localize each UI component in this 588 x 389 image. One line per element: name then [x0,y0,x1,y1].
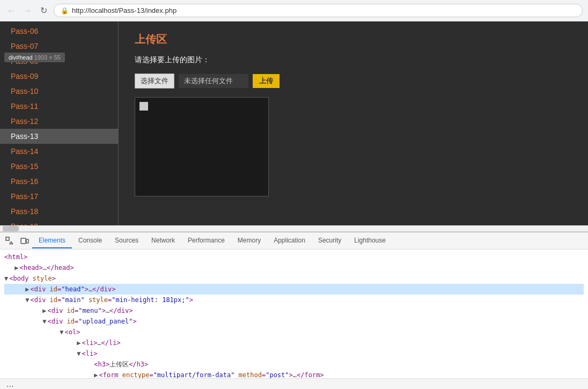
devtools-bottom-bar: ... [0,378,588,389]
devtools-panel: Elements Console Sources Network Perform… [0,232,588,389]
image-preview [135,97,269,196]
html-line-h3: <h3>上传区</h3> [4,359,584,370]
sidebar-item-pass07[interactable]: Pass-07 [0,39,118,54]
upload-form: 选择文件 未选择任何文件 上传 [135,74,572,89]
sidebar-item-pass18[interactable]: Pass-18 [0,204,118,219]
html-line-div-upload[interactable]: ▼<div id="upload_panel"> [4,316,584,327]
reload-button[interactable]: ↻ [38,5,49,17]
svg-rect-0 [6,237,9,240]
address-bar[interactable]: 🔒 http://localhost/Pass-13/index.php [54,4,583,17]
html-line-div-head[interactable]: ▶<div id="head">…</div> [4,284,584,295]
tab-security[interactable]: Security [312,233,348,248]
sidebar-item-pass11[interactable]: Pass-11 [0,99,118,114]
html-line-head[interactable]: ▶<head>…</head> [4,262,584,273]
sidebar-item-pass13[interactable]: Pass-13 [0,129,118,144]
sidebar-item-pass10[interactable]: Pass-10 [0,84,118,99]
sidebar-item-pass12[interactable]: Pass-12 [0,114,118,129]
sidebar-item-pass09[interactable]: Pass-09 [0,69,118,84]
html-line-form[interactable]: ▶<form enctype="multipart/form-data" met… [4,370,584,378]
upload-title: 上传区 [135,32,572,47]
sidebar-item-pass06[interactable]: Pass-06 [0,24,118,39]
sidebar-item-pass19[interactable]: Pass-19 [0,219,118,225]
html-line-li-second[interactable]: ▼<li> [4,348,584,359]
tooltip-element: div#head [9,54,33,61]
scroll-thumb[interactable] [3,226,19,231]
tooltip-dims: 1903 × 55 [34,54,61,61]
sidebar-item-pass15[interactable]: Pass-15 [0,159,118,174]
page-content: div#head 1903 × 55 Pass-06 Pass-07 Pass-… [0,21,588,225]
upload-label: 请选择要上传的图片： [135,55,572,65]
device-toolbar-button[interactable] [17,233,32,248]
file-name-display: 未选择任何文件 [179,74,248,88]
tab-lighthouse[interactable]: Lighthouse [348,233,392,248]
tab-memory[interactable]: Memory [231,233,267,248]
image-preview-inner [137,100,266,194]
broken-image-icon [139,102,148,111]
forward-button[interactable]: → [21,5,33,17]
browser-toolbar: ← → ↻ 🔒 http://localhost/Pass-13/index.p… [0,0,588,21]
html-line-html: <html> [4,252,584,262]
lock-icon: 🔒 [61,7,69,14]
inspect-element-button[interactable] [2,233,17,248]
choose-file-button[interactable]: 选择文件 [135,74,174,89]
tab-application[interactable]: Application [267,233,312,248]
devtools-tabs: Elements Console Sources Network Perform… [0,232,588,249]
tab-console[interactable]: Console [72,233,108,248]
svg-rect-2 [21,238,26,244]
devtools-content: <html> ▶<head>…</head> ▼<body style> ▶<d… [0,249,588,378]
upload-button[interactable]: 上传 [253,74,280,88]
url-text: http://localhost/Pass-13/index.php [72,6,177,14]
tab-network[interactable]: Network [145,233,181,248]
html-line-ol[interactable]: ▼<ol> [4,327,584,337]
sidebar-item-pass16[interactable]: Pass-16 [0,174,118,189]
element-tooltip: div#head 1903 × 55 [4,53,65,62]
html-line-body[interactable]: ▼<body style> [4,273,584,284]
sidebar: Pass-06 Pass-07 Pass-08 Pass-09 Pass-10 … [0,21,118,225]
sidebar-item-pass17[interactable]: Pass-17 [0,189,118,204]
html-line-li-first[interactable]: ▶<li>…</li> [4,337,584,348]
html-line-div-main[interactable]: ▼<div id="main" style="min-height: 181px… [4,295,584,305]
back-button[interactable]: ← [5,5,17,17]
sidebar-item-pass14[interactable]: Pass-14 [0,144,118,159]
tab-elements[interactable]: Elements [32,233,72,248]
horizontal-scrollbar[interactable] [0,225,588,232]
more-options-button[interactable]: ... [4,379,16,390]
main-area: 上传区 请选择要上传的图片： 选择文件 未选择任何文件 上传 [119,21,588,225]
tab-performance[interactable]: Performance [181,233,231,248]
tab-sources[interactable]: Sources [108,233,145,248]
html-line-div-menu[interactable]: ▶<div id="menu">…</div> [4,305,584,316]
svg-rect-3 [26,239,28,243]
